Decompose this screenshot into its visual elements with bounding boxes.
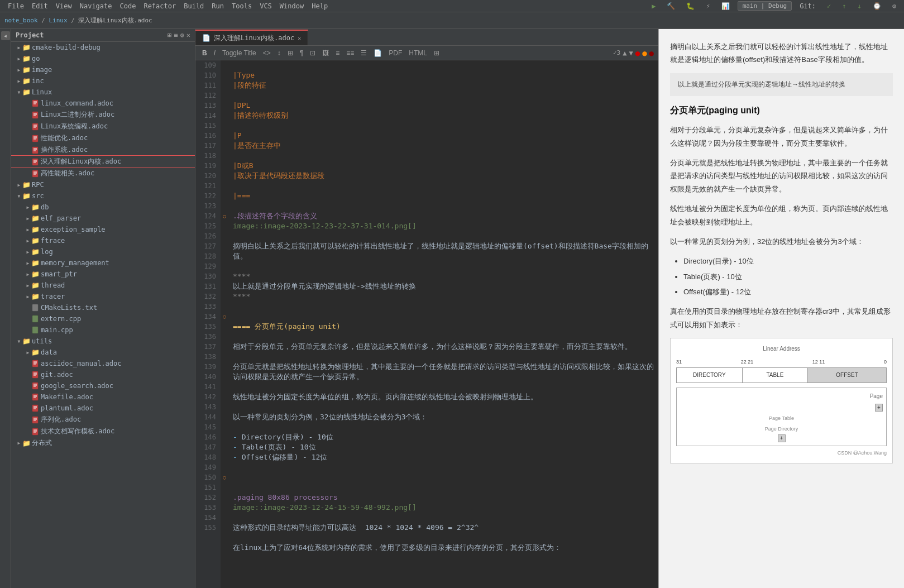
tree-item-extern.cpp[interactable]: extern.cpp <box>11 313 195 324</box>
toolbar-indent-btn[interactable]: ↕ <box>275 48 283 58</box>
tree-item-asciidoc_manual.adoc[interactable]: asciidoc_manual.adoc <box>11 358 195 369</box>
toolbar-menu-btn[interactable]: ☰ <box>358 48 369 58</box>
git-check-icon[interactable]: ✓ <box>824 1 834 11</box>
toolbar-para-btn[interactable]: ¶ <box>298 48 305 58</box>
tree-item-操作系统.adoc[interactable]: 操作系统.adoc <box>11 144 195 156</box>
diagram-table-box: TABLE <box>742 367 808 383</box>
tree-item-技术文档写作模板.adoc[interactable]: 技术文档写作模板.adoc <box>11 426 195 437</box>
tree-item-rpc[interactable]: ▶📁RPC <box>11 179 195 190</box>
menu-edit[interactable]: Edit <box>28 1 51 11</box>
sidebar-close-icon[interactable]: ✕ <box>186 31 190 39</box>
tree-item-linux_command.adoc[interactable]: linux_command.adoc <box>11 98 195 109</box>
menu-vcs[interactable]: VCS <box>256 1 275 11</box>
toolbar-list2-btn[interactable]: ≡≡ <box>344 48 356 58</box>
tree-item-thread[interactable]: ▶📁thread <box>11 280 195 291</box>
branch-display[interactable]: main | Debug <box>738 1 792 11</box>
toolbar-block-btn[interactable]: ⊡ <box>308 48 318 58</box>
tree-item-linux二进制分析.adoc[interactable]: Linux二进制分析.adoc <box>11 109 195 121</box>
toolbar-toggle-title-btn[interactable]: Toggle Title <box>220 48 259 58</box>
fold-marker: ○ <box>221 211 228 221</box>
menu-code[interactable]: Code <box>117 1 140 11</box>
tree-item-git.adoc[interactable]: git.adoc <box>11 369 195 380</box>
tab-close-btn[interactable]: ✕ <box>298 35 301 41</box>
menu-tools[interactable]: Tools <box>228 1 255 11</box>
toolbar-pdf-btn[interactable]: PDF <box>386 48 404 58</box>
tree-item-makefile.adoc[interactable]: Makefile.adoc <box>11 391 195 403</box>
git-push-icon[interactable]: ↑ <box>839 1 849 11</box>
git-history-icon[interactable]: ⌚ <box>869 1 884 11</box>
tree-item-tracer[interactable]: ▶📁tracer <box>11 291 195 302</box>
toolbar-list-btn[interactable]: ≡ <box>333 48 342 58</box>
sidebar-settings-icon[interactable]: ⚙ <box>180 31 184 39</box>
tree-item-utils[interactable]: ▼📁utils <box>11 336 195 347</box>
toolbar-doc-btn[interactable]: 📄 <box>371 48 384 58</box>
tree-item-cmake-build-debug[interactable]: ▶📁cmake-build-debug <box>11 42 195 53</box>
tree-item-log[interactable]: ▶📁log <box>11 246 195 257</box>
tree-item-linux系统编程.adoc[interactable]: Linux系统编程.adoc <box>11 121 195 132</box>
tree-item-高性能相关.adoc[interactable]: 高性能相关.adoc <box>11 168 195 179</box>
menu-build[interactable]: Build <box>180 1 207 11</box>
tree-item-db[interactable]: ▶📁db <box>11 202 195 213</box>
git-pull-icon[interactable]: ↓ <box>854 1 865 11</box>
tab-main-file[interactable]: 📄 深入理解Linux内核.adoc ✕ <box>195 30 308 45</box>
debug-icon[interactable]: 🐛 <box>683 1 698 11</box>
file-icon <box>31 159 39 165</box>
tree-item-plantuml.adoc[interactable]: plantuml.adoc <box>11 403 195 414</box>
tree-item-性能优化.adoc[interactable]: 性能优化.adoc <box>11 132 195 144</box>
file-icon <box>31 417 39 423</box>
toolbar-code-btn[interactable]: <> <box>261 48 273 58</box>
tree-item-google_search.adoc[interactable]: google_search.adoc <box>11 380 195 391</box>
tree-item-data[interactable]: ▶📁data <box>11 347 195 358</box>
tree-item-exception_sample[interactable]: ▶📁exception_sample <box>11 224 195 235</box>
prev-result-btn[interactable]: ▲ <box>623 49 626 57</box>
tree-item-深入理解linux内核.adoc[interactable]: 深入理解Linux内核.adoc <box>11 156 195 168</box>
sidebar-layout-icon[interactable]: ⊞ <box>168 31 171 39</box>
tree-item-image[interactable]: ▶📁image <box>11 64 195 75</box>
toolbar-bold-btn[interactable]: B <box>200 48 209 58</box>
breadcrumb-file[interactable]: 深入理解Linux内核.adoc <box>78 17 152 24</box>
toolbar-html-btn[interactable]: HTML <box>406 48 429 58</box>
git-label: Git: <box>796 1 819 11</box>
line-number: 114 <box>195 111 216 121</box>
toolbar-grid-btn[interactable]: ⊞ <box>432 48 442 58</box>
circle-darkred-icon[interactable]: ● <box>649 49 654 58</box>
profile-icon[interactable]: ⚡ <box>702 1 713 11</box>
sidebar-collapse-icon[interactable]: ≡ <box>174 31 178 39</box>
menu-navigate[interactable]: Navigate <box>76 1 116 11</box>
menu-run[interactable]: Run <box>208 1 227 11</box>
menu-help[interactable]: Help <box>308 1 331 11</box>
menu-file[interactable]: File <box>4 1 27 11</box>
circle-orange-icon[interactable]: ● <box>642 49 647 58</box>
coverage-icon[interactable]: 📊 <box>718 1 733 11</box>
toolbar-image-btn[interactable]: 🖼 <box>320 48 331 58</box>
svg-rect-55 <box>32 428 38 435</box>
tree-item-ftrace[interactable]: ▶📁ftrace <box>11 235 195 246</box>
tree-item-序列化.adoc[interactable]: 序列化.adoc <box>11 414 195 426</box>
tree-item-cmakelists.txt[interactable]: CMakeLists.txt <box>11 302 195 313</box>
tree-item-label: asciidoc_manual.adoc <box>41 360 122 367</box>
circle-red-icon[interactable]: ● <box>635 49 640 58</box>
toolbar-table-btn[interactable]: ⊞ <box>285 48 295 58</box>
next-result-btn[interactable]: ▼ <box>629 49 633 57</box>
tree-item-linux[interactable]: ▼📁Linux <box>11 87 195 98</box>
tree-item-memory_management[interactable]: ▶📁memory_management <box>11 257 195 269</box>
line-number: 126 <box>195 231 216 241</box>
menu-window[interactable]: Window <box>276 1 307 11</box>
tree-item-inc[interactable]: ▶📁inc <box>11 75 195 87</box>
tree-item-go[interactable]: ▶📁go <box>11 53 195 64</box>
build-icon[interactable]: 🔨 <box>663 1 678 11</box>
menu-view[interactable]: View <box>52 1 75 11</box>
breadcrumb-linux[interactable]: Linux <box>49 17 67 24</box>
tree-item-分布式[interactable]: ▶📁分布式 <box>11 437 195 449</box>
run-icon[interactable]: ▶ <box>648 1 659 11</box>
tree-item-smart_ptr[interactable]: ▶📁smart_ptr <box>11 269 195 280</box>
tree-item-main.cpp[interactable]: main.cpp <box>11 324 195 336</box>
breadcrumb-root[interactable]: note_book <box>4 17 38 24</box>
tree-item-elf_parser[interactable]: ▶📁elf_parser <box>11 213 195 224</box>
menu-refactor[interactable]: Refactor <box>140 1 179 11</box>
toolbar-italic-btn[interactable]: I <box>212 48 218 58</box>
code-editor[interactable]: |Type|段的特征|DPL|描述符特权级别|P|是否在主存中|D或B|取决于是… <box>228 60 658 588</box>
left-panel-toggle[interactable]: ◀ <box>1 31 10 40</box>
git-settings-icon[interactable]: ⚙ <box>889 1 900 11</box>
tree-item-src[interactable]: ▼📁src <box>11 190 195 202</box>
